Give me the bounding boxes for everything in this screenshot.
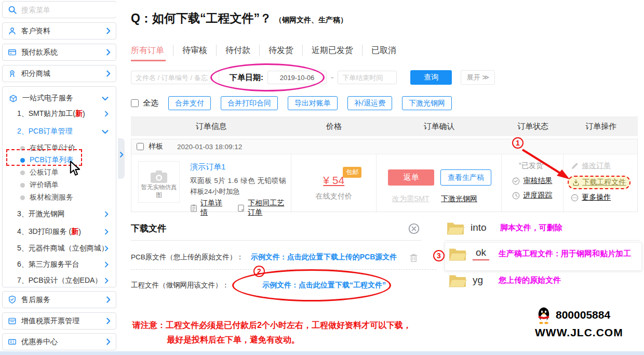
sidebar-item-pcb-order-mgmt[interactable]: 2、PCB订单管理 (3, 125, 116, 138)
page-title-question: Q：如何下载“工程文件”？ (131, 11, 272, 25)
tab-pending-review[interactable]: 待审核 (173, 45, 216, 56)
more-actions-link[interactable]: 更多操作 (582, 193, 611, 202)
folder-name: yg (473, 274, 483, 286)
sidebar-item-label: 5、元器件商城（立创商城） (17, 244, 109, 253)
folder-icon (446, 219, 465, 236)
order-laser-stencil-link[interactable]: 下激光钢网 (441, 194, 477, 204)
sidebar-item-points-mall[interactable]: 积分商城 (2, 65, 116, 82)
tab-all-orders[interactable]: 所有订单 (131, 45, 173, 56)
tab-pending-shipment[interactable]: 待发货 (259, 45, 302, 56)
col-header-confirm: 订单确认 (377, 122, 502, 132)
tab-recently-shipped[interactable]: 近期已发货 (302, 45, 362, 56)
sidebar-search-box[interactable] (2, 1, 116, 18)
sidebar-item-label: 7、PCB设计（立创EDA） (17, 276, 102, 285)
export-statement-button[interactable]: 导出对账单 (288, 96, 338, 110)
order-status-text: “已发货” (502, 161, 564, 170)
view-production-draft-button[interactable]: 查看生产稿 (440, 169, 491, 186)
chevron-right-icon (104, 245, 109, 252)
folder-row-ok: ok 生产稿工程文件：用于钢网和贴片加工 (448, 245, 631, 262)
folder-name: into (471, 222, 487, 233)
sidebar-item-vat-invoice[interactable]: 增值税票开票管理 (2, 312, 116, 330)
sidebar-services-group: 一站式电子服务 1、SMT贴片加工(新) 2、PCB订单管理 在线下单/计价 P… (2, 86, 116, 287)
order-name-link[interactable]: 演示订单1 (190, 162, 225, 172)
chevron-right-icon (106, 28, 111, 34)
search-icon (8, 5, 17, 15)
sidebar-item-label: 一站式电子服务 (22, 94, 73, 103)
website-url: WWW.JLC.COM (535, 326, 623, 339)
sidebar-item-3d-print[interactable]: 4、3D打印服务 (新) (3, 226, 116, 238)
select-all-checkbox[interactable] (131, 99, 139, 107)
page-title-sub: （钢网文件、生产稿） (275, 16, 347, 24)
same-process-order-link[interactable]: 下相同工艺订单 (248, 199, 291, 217)
sidebar-item-after-sales[interactable]: 售后服务 (2, 291, 116, 308)
refund-shipping-button[interactable]: 补/退运费 (347, 96, 392, 110)
close-icon[interactable] (408, 223, 420, 234)
thumbnail-placeholder-text: 暂无实物仿真图 (139, 183, 179, 199)
tab-pending-payment[interactable]: 待付款 (216, 45, 259, 56)
pcb-source-download-link[interactable]: 示例文件：点击此位置下载上传的PCB源文件 (251, 253, 397, 262)
chevron-right-icon (104, 111, 109, 117)
order-price-link[interactable]: ¥ 54 (323, 174, 344, 186)
sidebar-item-pcb-order-list[interactable]: PCB订单列表 (3, 154, 116, 166)
bullet-dot-icon (20, 183, 25, 188)
search-button[interactable]: 查询 (410, 70, 452, 85)
sidebar-item-one-stop-services[interactable]: 一站式电子服务 (3, 92, 116, 104)
download-row-pcb-source: PCB原文件（您上传的原始文件）： 示例文件：点击此位置下载上传的PCB源文件 (131, 253, 397, 262)
sidebar-collapse-handle[interactable] (118, 138, 125, 179)
order-date-start-input[interactable] (267, 71, 327, 84)
download-engineering-file-link[interactable]: 下载工程文件 (568, 176, 630, 189)
merge-print-contract-button[interactable]: 合并打印合同 (221, 96, 278, 110)
cursor-pointer-icon (68, 160, 82, 177)
progress-tracking-link[interactable]: 进度跟踪 (523, 191, 552, 200)
chevron-right-icon (104, 261, 109, 268)
order-detail-link[interactable]: 订单详情 (200, 199, 225, 217)
sidebar-item-third-party[interactable]: 6、第三方服务平台 (3, 258, 116, 271)
new-badge: 新 (75, 109, 83, 119)
annotation-circle-3: 3 (433, 250, 445, 261)
check-circle-icon (512, 177, 520, 185)
sidebar-item-online-order[interactable]: 在线下单/计价 (3, 142, 116, 154)
order-price-cell: ¥ 54 包邮 在线支付价 (291, 154, 377, 212)
order-info-cell: 暂无实物仿真图 演示订单1 双面板 5片 1.6 绿色 无铅喷锡 样板24小时加… (131, 154, 291, 212)
pcb-source-label: PCB原文件（您上传的原始文件）： (131, 253, 244, 262)
chevron-down-icon (102, 129, 109, 134)
sidebar-item-coupon-center[interactable]: 优惠券中心 (2, 333, 116, 350)
sidebar-item-board-test[interactable]: 板材检测服务 (3, 191, 116, 204)
divider (131, 240, 422, 241)
sidebar-item-review-share[interactable]: 评价晒单 (3, 179, 116, 191)
audit-result-link[interactable]: 审核结果 (523, 176, 552, 186)
new-badge: 新 (71, 227, 78, 236)
sidebar-item-prepay-system[interactable]: 预付款系统 (2, 44, 116, 61)
folder-description: 脚本文件，可删除 (500, 223, 562, 233)
sidebar-item-laser-stencil[interactable]: 3、开激光钢网 (3, 208, 116, 220)
change-to-smt-link[interactable]: 改为需SMT (392, 194, 430, 204)
trash-icon[interactable] (409, 253, 418, 262)
order-urgent-text: 样板24小时加急 (190, 187, 240, 196)
notice-line-1: 请注意：工程文件必须是已付款后2个小时左右，工程做好资料才可以下载， (132, 320, 411, 331)
select-all-label: 全选 (143, 98, 158, 108)
reorder-button[interactable]: 返单 (388, 169, 434, 186)
sidebar-item-customer-info[interactable]: 客户资料 (2, 22, 116, 40)
sidebar-item-smt[interactable]: 1、SMT贴片加工(新) (3, 108, 116, 120)
order-checkbox[interactable] (137, 143, 144, 150)
order-laser-stencil-button[interactable]: 下激光钢网 (402, 96, 452, 110)
sidebar-item-component-mall[interactable]: 5、元器件商城（立创商城） (3, 242, 116, 255)
sidebar-item-label: 1、SMT贴片加工( (17, 109, 75, 119)
sidebar-search-input[interactable] (17, 3, 119, 17)
sidebar-item-pcb-design[interactable]: 7、PCB设计（立创EDA） (3, 274, 116, 287)
sidebar-item-public-board[interactable]: 公板订单 (3, 166, 116, 179)
sidebar-item-label: 积分商城 (21, 69, 50, 78)
keyword-input[interactable] (131, 71, 219, 84)
engineering-file-download-link[interactable]: 示例文件：点击此位置下载“工程文件” (262, 281, 386, 290)
bullet-dot-icon (20, 146, 25, 151)
sidebar-item-label: 板材检测服务 (30, 193, 73, 202)
folder-row-yg: yg 您上传的原始文件 (448, 272, 561, 288)
order-date-end-input[interactable] (338, 71, 397, 84)
sidebar-item-label: 公板订单 (30, 168, 59, 177)
order-confirm-cell: 返单 查看生产稿 改为需SMT 下激光钢网 (377, 154, 502, 212)
date-range-separator: - (331, 73, 333, 82)
expand-button[interactable]: 展开 ≫ (461, 70, 495, 85)
merge-pay-button[interactable]: 合并支付 (168, 96, 211, 110)
folder-row-into: into 脚本文件，可删除 (446, 219, 562, 236)
tab-cancelled[interactable]: 已取消 (362, 45, 405, 56)
